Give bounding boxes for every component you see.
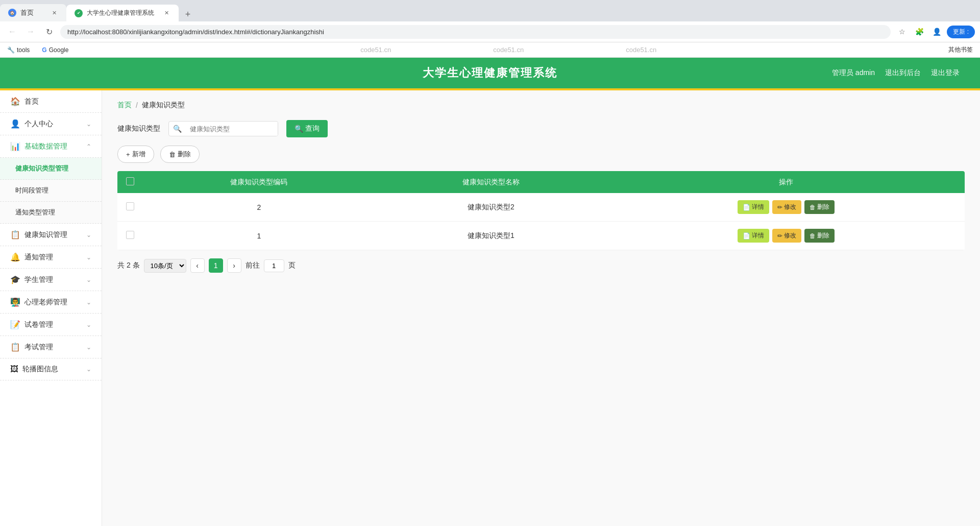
logout-link[interactable]: 退出登录	[931, 68, 960, 78]
row2-detail-button[interactable]: 📄 详情	[738, 229, 769, 243]
new-tab-button[interactable]: +	[181, 7, 195, 21]
table-header: 健康知识类型编码 健康知识类型名称 操作	[117, 171, 965, 193]
del-label-2: 删除	[817, 231, 829, 240]
search-icon: 🔍	[169, 122, 186, 136]
google-icon: G	[42, 46, 46, 54]
other-bookmarks[interactable]: 其他书签	[946, 44, 975, 55]
update-button[interactable]: 更新 :	[947, 26, 975, 38]
chevron-down-icon-7: ⌄	[86, 344, 91, 351]
go-label: 前往	[246, 261, 260, 270]
table-body: 2 健康知识类型2 📄 详情 ✏ 修改	[117, 193, 965, 250]
sidebar-health-type-label: 健康知识类型管理	[15, 164, 68, 173]
basic-icon: 📊	[10, 141, 20, 151]
detail-label: 详情	[752, 203, 764, 211]
toolbar-actions: ☆ 🧩 👤 更新 :	[895, 25, 975, 39]
address-bar[interactable]	[60, 25, 891, 39]
forward-button[interactable]: →	[23, 25, 38, 39]
watermark-3: code51.cn	[626, 46, 656, 54]
total-label: 共 2 条	[117, 261, 140, 270]
edit-icon-2: ✏	[777, 232, 782, 240]
chevron-down-icon-6: ⌄	[86, 321, 91, 328]
tab-close-home[interactable]: ✕	[50, 9, 58, 17]
row1-checkbox[interactable]	[126, 202, 134, 210]
next-page-button[interactable]: ›	[227, 258, 241, 273]
edit-label: 修改	[784, 203, 796, 211]
tab-label-app: 大学生心理健康管理系统	[87, 9, 154, 17]
edit-icon: ✏	[777, 204, 782, 211]
sidebar-item-home[interactable]: 🏠 首页	[0, 90, 102, 113]
sidebar-item-time[interactable]: 时间段管理	[0, 180, 102, 202]
tab-close-app[interactable]: ✕	[162, 9, 170, 17]
back-to-admin-link[interactable]: 退出到后台	[885, 68, 921, 78]
profile-icon[interactable]: 👤	[929, 25, 944, 39]
chevron-up-icon: ⌃	[86, 143, 91, 150]
sidebar-exam-paper-label: 试卷管理	[24, 320, 53, 329]
sidebar-item-personal[interactable]: 👤 个人中心 ⌄	[0, 113, 102, 135]
delete-icon: 🗑	[169, 151, 176, 158]
extension-icon[interactable]: 🧩	[912, 25, 926, 39]
sidebar-item-carousel[interactable]: 🖼 轮播图信息 ⌄	[0, 358, 102, 380]
page-1-button[interactable]: 1	[209, 258, 223, 273]
header-actions: 管理员 admin 退出到后台 退出登录	[557, 68, 960, 78]
data-table: 健康知识类型编码 健康知识类型名称 操作 2 健康知识类型2	[117, 171, 965, 250]
breadcrumb-home[interactable]: 首页	[117, 101, 132, 110]
tools-icon: 🔧	[7, 46, 15, 54]
detail-icon-2: 📄	[743, 232, 750, 240]
filter-input[interactable]	[186, 122, 278, 136]
other-bookmarks-label: 其他书签	[948, 45, 973, 54]
table-row: 2 健康知识类型2 📄 详情 ✏ 修改	[117, 193, 965, 222]
browser-tab-home[interactable]: 🏠 首页 ✕	[0, 4, 66, 21]
tab-favicon-app: ✔	[75, 9, 83, 17]
sidebar-item-basic[interactable]: 📊 基础数据管理 ⌃	[0, 135, 102, 158]
row1-action-buttons: 📄 详情 ✏ 修改 🗑 删除	[615, 200, 957, 214]
home-icon: 🏠	[10, 97, 20, 106]
select-all-checkbox[interactable]	[126, 177, 134, 185]
sidebar-item-notify-mgmt[interactable]: 🔔 通知管理 ⌄	[0, 246, 102, 269]
del-label: 删除	[817, 203, 829, 211]
breadcrumb: 首页 / 健康知识类型	[117, 101, 965, 110]
main-content: 首页 / 健康知识类型 健康知识类型 🔍 🔍 查询 + 新增 🗑	[102, 90, 980, 526]
sidebar-item-exam-paper[interactable]: 📝 试卷管理 ⌄	[0, 314, 102, 336]
row1-name: 健康知识类型2	[375, 193, 607, 222]
sidebar-item-notify-type[interactable]: 通知类型管理	[0, 202, 102, 224]
per-page-select[interactable]: 10条/页 20条/页 50条/页	[144, 259, 186, 273]
del-icon-2: 🗑	[810, 232, 816, 240]
row1-edit-button[interactable]: ✏ 修改	[772, 200, 801, 214]
back-button[interactable]: ←	[5, 25, 19, 39]
sidebar-item-exam-mgmt[interactable]: 📋 考试管理 ⌄	[0, 336, 102, 358]
row2-code: 1	[143, 222, 375, 250]
batch-delete-button[interactable]: 🗑 删除	[160, 146, 200, 163]
sidebar-carousel-label: 轮播图信息	[22, 365, 58, 374]
bookmark-google[interactable]: G Google	[40, 45, 70, 55]
browser-toolbar: ← → ↻ ☆ 🧩 👤 更新 :	[0, 21, 980, 42]
page-jump-input[interactable]	[264, 259, 284, 272]
search-button[interactable]: 🔍 查询	[286, 120, 328, 137]
sidebar-time-label: 时间段管理	[15, 186, 48, 195]
delete-label: 删除	[178, 150, 191, 159]
refresh-button[interactable]: ↻	[42, 25, 56, 39]
browser-tab-app[interactable]: ✔ 大学生心理健康管理系统 ✕	[66, 5, 179, 21]
row1-delete-button[interactable]: 🗑 删除	[804, 200, 835, 214]
personal-icon: 👤	[10, 119, 20, 129]
search-btn-label: 查询	[305, 124, 320, 133]
sidebar-item-teacher-mgmt[interactable]: 👨‍🏫 心理老师管理 ⌄	[0, 291, 102, 314]
row2-checkbox[interactable]	[126, 231, 134, 239]
bookmark-tools[interactable]: 🔧 tools	[5, 45, 32, 55]
row2-edit-button[interactable]: ✏ 修改	[772, 229, 801, 243]
sidebar-item-health-type[interactable]: 健康知识类型管理	[0, 158, 102, 180]
add-button[interactable]: + 新增	[117, 146, 154, 163]
bookmark-star-icon[interactable]: ☆	[895, 25, 909, 39]
sidebar-notify-mgmt-label: 通知管理	[24, 253, 53, 262]
row1-detail-button[interactable]: 📄 详情	[738, 200, 769, 214]
sidebar-item-student-mgmt[interactable]: 🎓 学生管理 ⌄	[0, 269, 102, 291]
exam-paper-icon: 📝	[10, 320, 20, 329]
watermark-1: code51.cn	[360, 46, 391, 54]
filter-section: 健康知识类型 🔍 🔍 查询	[117, 120, 965, 137]
sidebar-health-mgmt-label: 健康知识管理	[24, 230, 67, 240]
sidebar-item-health-mgmt[interactable]: 📋 健康知识管理 ⌄	[0, 224, 102, 246]
prev-page-button[interactable]: ‹	[190, 258, 205, 273]
row2-action-buttons: 📄 详情 ✏ 修改 🗑 删除	[615, 229, 957, 243]
bookmark-tools-label: tools	[17, 46, 30, 54]
row2-delete-button[interactable]: 🗑 删除	[804, 229, 835, 243]
row2-checkbox-cell	[117, 222, 143, 250]
